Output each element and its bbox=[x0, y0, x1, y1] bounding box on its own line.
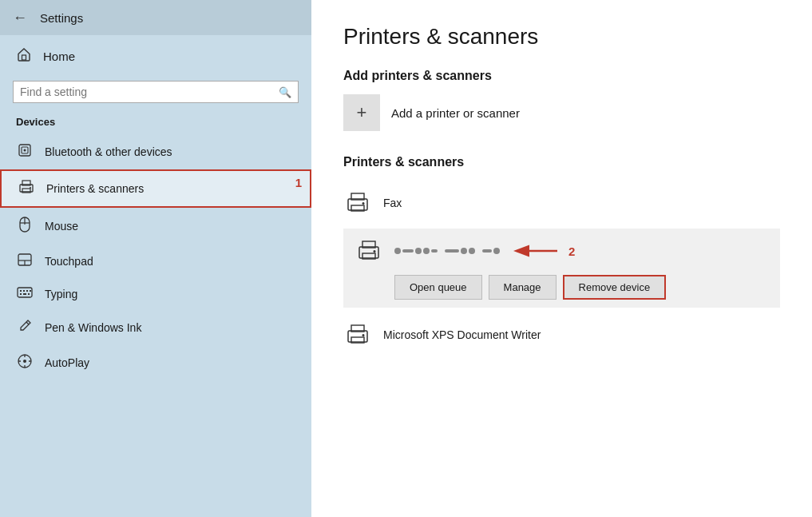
svg-point-28 bbox=[362, 202, 365, 205]
svg-rect-21 bbox=[30, 290, 31, 292]
sidebar-item-pen[interactable]: Pen & Windows Ink bbox=[0, 310, 311, 345]
touchpad-icon bbox=[16, 253, 34, 270]
svg-rect-18 bbox=[20, 293, 22, 295]
annotation-1: 1 bbox=[295, 176, 302, 189]
xps-name: Microsoft XPS Document Writer bbox=[383, 328, 541, 341]
fax-printer-icon bbox=[343, 189, 372, 217]
svg-point-3 bbox=[24, 149, 26, 152]
manage-button[interactable]: Manage bbox=[489, 275, 557, 300]
svg-point-24 bbox=[23, 360, 26, 363]
fax-name: Fax bbox=[383, 197, 402, 209]
svg-point-7 bbox=[30, 187, 31, 189]
printer-icon bbox=[18, 179, 35, 198]
svg-point-36 bbox=[362, 334, 365, 336]
open-queue-button[interactable]: Open queue bbox=[394, 275, 482, 300]
svg-rect-17 bbox=[26, 290, 28, 292]
sidebar-item-printers-label: Printers & scanners bbox=[46, 182, 144, 195]
sidebar-item-touchpad[interactable]: Touchpad bbox=[0, 245, 311, 278]
sidebar-item-mouse-label: Mouse bbox=[45, 220, 78, 233]
printer-buttons: Open queue Manage Remove device bbox=[355, 275, 769, 300]
autoplay-icon bbox=[16, 353, 34, 372]
remove-device-button[interactable]: Remove device bbox=[563, 275, 667, 300]
svg-point-32 bbox=[374, 250, 376, 253]
add-section-title: Add printers & scanners bbox=[343, 69, 780, 83]
sidebar-item-bluetooth-label: Bluetooth & other devices bbox=[45, 145, 172, 158]
page-title: Printers & scanners bbox=[343, 24, 780, 50]
mouse-icon bbox=[16, 216, 34, 237]
printers-section-title: Printers & scanners bbox=[343, 155, 780, 169]
blurred-device-name bbox=[394, 248, 500, 254]
add-printer-button[interactable]: + bbox=[343, 94, 380, 131]
sidebar-item-autoplay[interactable]: AutoPlay bbox=[0, 345, 311, 380]
svg-rect-20 bbox=[28, 293, 30, 295]
annotation-2: 2 bbox=[568, 245, 575, 258]
xps-printer-icon bbox=[343, 320, 372, 349]
annotation-arrow-2 bbox=[509, 238, 565, 264]
pen-icon bbox=[16, 318, 34, 337]
sidebar: ← Settings Home 🔍 Devices Bluetooth & ot… bbox=[0, 0, 311, 517]
svg-rect-0 bbox=[22, 55, 26, 60]
sidebar-item-autoplay-label: AutoPlay bbox=[45, 356, 89, 369]
main-content: Printers & scanners Add printers & scann… bbox=[311, 0, 812, 517]
add-printer-row: + Add a printer or scanner bbox=[343, 94, 780, 131]
search-box: 🔍 bbox=[13, 81, 299, 103]
sidebar-item-touchpad-label: Touchpad bbox=[45, 255, 93, 268]
sidebar-item-mouse[interactable]: Mouse bbox=[0, 208, 311, 245]
svg-rect-15 bbox=[20, 290, 22, 292]
home-icon bbox=[16, 46, 32, 66]
selected-printer-icon bbox=[355, 237, 383, 265]
search-input-wrap[interactable]: 🔍 bbox=[13, 81, 299, 103]
add-printer-label: Add a printer or scanner bbox=[391, 106, 520, 120]
selected-printer-top: 2 bbox=[355, 237, 769, 265]
sidebar-item-typing-label: Typing bbox=[45, 288, 77, 300]
printer-row-xps[interactable]: Microsoft XPS Document Writer bbox=[343, 312, 780, 357]
sidebar-item-bluetooth[interactable]: Bluetooth & other devices bbox=[0, 134, 311, 169]
typing-icon bbox=[16, 286, 34, 302]
svg-rect-19 bbox=[23, 293, 26, 295]
svg-rect-16 bbox=[23, 290, 25, 292]
sidebar-item-printers[interactable]: Printers & scanners 1 bbox=[0, 169, 311, 208]
search-icon: 🔍 bbox=[279, 86, 291, 98]
sidebar-item-pen-label: Pen & Windows Ink bbox=[45, 321, 141, 334]
back-button[interactable]: ← bbox=[13, 10, 27, 26]
svg-line-22 bbox=[26, 322, 29, 324]
sidebar-header: ← Settings bbox=[0, 0, 311, 35]
sidebar-item-home[interactable]: Home bbox=[0, 35, 311, 78]
devices-label: Devices bbox=[0, 114, 311, 134]
sidebar-item-typing[interactable]: Typing bbox=[0, 278, 311, 310]
printer-row-selected[interactable]: 2 Open queue Manage Remove device bbox=[343, 229, 780, 308]
home-label: Home bbox=[43, 50, 75, 63]
svg-rect-14 bbox=[18, 288, 32, 297]
search-input[interactable] bbox=[20, 86, 279, 98]
sidebar-title: Settings bbox=[40, 11, 83, 25]
printer-row-fax[interactable]: Fax bbox=[343, 181, 780, 225]
bluetooth-icon bbox=[16, 142, 34, 161]
